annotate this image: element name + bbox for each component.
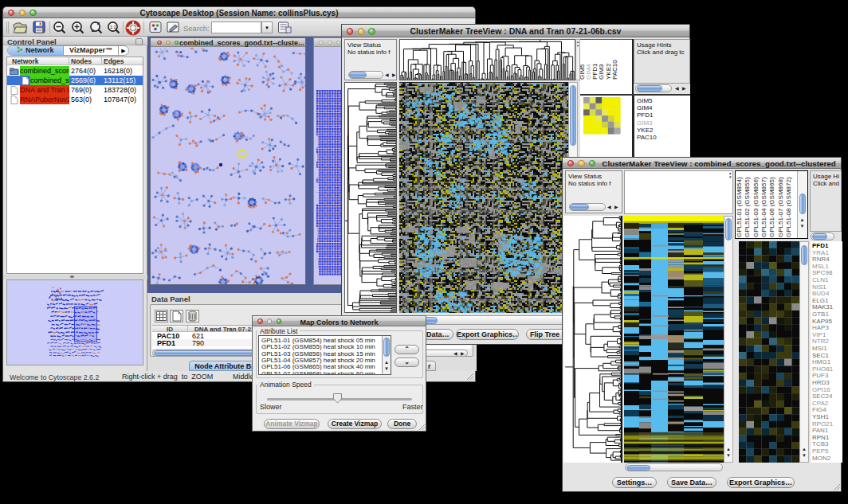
svg-text:GPL51-06 (GSM865): GPL51-06 (GSM865) — [768, 177, 775, 237]
svg-text:PAC10: PAC10 — [611, 60, 618, 80]
svg-text:1:1: 1:1 — [110, 25, 116, 29]
svg-text:GPL51-07 (GSM868): GPL51-07 (GSM868) — [777, 177, 784, 237]
svg-text:GPL51-01 (GSM854): GPL51-01 (GSM854) — [736, 177, 743, 237]
svg-text:GPL51-08 (GSM872): GPL51-08 (GSM872) — [785, 177, 792, 237]
svg-text:GPL51-03 (GSM856): GPL51-03 (GSM856) — [752, 177, 760, 237]
svg-text:GPL51-04 (GSM857): GPL51-04 (GSM857) — [760, 177, 768, 237]
svg-text:GPL51-02 (GSM855): GPL51-02 (GSM855) — [744, 177, 751, 237]
